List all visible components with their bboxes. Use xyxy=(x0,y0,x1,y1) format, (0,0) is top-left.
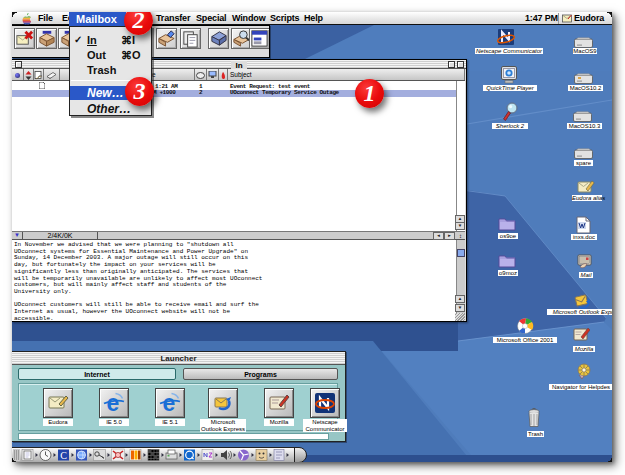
svg-text:C: C xyxy=(60,450,67,461)
